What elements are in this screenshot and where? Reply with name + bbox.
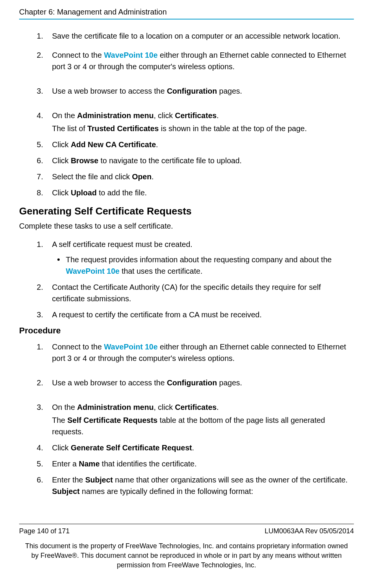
step-text-part: . bbox=[156, 140, 158, 149]
footer-legal: This document is the property of FreeWav… bbox=[19, 541, 354, 570]
bold-term: Configuration bbox=[167, 378, 217, 387]
steps-list-3: Connect to the WavePoint 10e either thro… bbox=[37, 341, 354, 497]
heading-intro-text: Complete these tasks to use a self certi… bbox=[19, 220, 354, 232]
list-item: Save the certificate file to a location … bbox=[37, 30, 354, 42]
bold-term: Trusted Certificates bbox=[87, 124, 159, 133]
list-item: Contact the Certificate Authority (CA) f… bbox=[37, 281, 354, 304]
page-number: Page 140 of 171 bbox=[19, 527, 70, 535]
step-text-part: Use a web browser to access the bbox=[52, 87, 167, 95]
list-item: A self certificate request must be creat… bbox=[37, 239, 354, 277]
bold-term: Administration menu bbox=[77, 403, 154, 411]
step-text-part: to add the file. bbox=[97, 188, 147, 197]
doc-revision: LUM0063AA Rev 05/05/2014 bbox=[265, 527, 354, 535]
list-item: Click Upload to add the file. bbox=[37, 187, 354, 198]
bold-term: Generate Self Certificate Request bbox=[71, 443, 192, 452]
wavepoint-link[interactable]: WavePoint 10e bbox=[104, 51, 158, 59]
list-item: A request to certify the certificate fro… bbox=[37, 309, 354, 320]
step-subline: The Self Certificate Requests table at t… bbox=[52, 414, 354, 437]
page-header: Chapter 6: Management and Administration bbox=[19, 8, 354, 19]
list-item: Enter a Name that identifies the certifi… bbox=[37, 458, 354, 469]
main-content: Save the certificate file to a location … bbox=[19, 30, 354, 497]
bullet-item: The request provides information about t… bbox=[52, 254, 354, 277]
list-item: Use a web browser to access the Configur… bbox=[37, 85, 354, 97]
step-text-part: . bbox=[192, 443, 194, 452]
list-item: Connect to the WavePoint 10e either thro… bbox=[37, 49, 354, 72]
step-text: Save the certificate file to a location … bbox=[52, 32, 340, 40]
list-item: Select the file and click Open. bbox=[37, 171, 354, 182]
bullet-text-part: The request provides information about t… bbox=[66, 255, 332, 264]
bold-term: Self Certificate Requests bbox=[67, 416, 158, 424]
step-text-part: that identifies the certificate. bbox=[100, 460, 197, 468]
step-text-part: Connect to the bbox=[52, 343, 104, 351]
wavepoint-link[interactable]: WavePoint 10e bbox=[104, 343, 158, 351]
bold-term: Open bbox=[132, 172, 151, 181]
list-item: On the Administration menu, click Certif… bbox=[37, 110, 354, 134]
list-item: Click Browse to navigate to the certific… bbox=[37, 155, 354, 166]
step-text-part: Connect to the bbox=[52, 51, 104, 59]
bold-term: Configuration bbox=[167, 87, 217, 95]
step-text-part: . bbox=[151, 172, 154, 181]
list-item: Click Generate Self Certificate Request. bbox=[37, 442, 354, 453]
step-text-part: Enter the bbox=[52, 476, 85, 484]
sub-bullets: The request provides information about t… bbox=[52, 254, 354, 277]
step-text-part: . bbox=[217, 403, 219, 411]
document-page: Chapter 6: Management and Administration… bbox=[0, 0, 373, 578]
step-text-part: Click bbox=[52, 156, 71, 165]
step-text-part: name that other organizations will see a… bbox=[113, 476, 348, 484]
bold-term: Subject bbox=[85, 476, 113, 484]
heading-generating-self-cert: Generating Self Certificate Requests bbox=[19, 205, 354, 217]
step-text-part: Use a web browser to access the bbox=[52, 378, 167, 387]
step-text-part: Enter a bbox=[52, 460, 79, 468]
heading-procedure: Procedure bbox=[19, 326, 354, 336]
step-text: A request to certify the certificate fro… bbox=[52, 310, 262, 319]
steps-list-2: A self certificate request must be creat… bbox=[37, 239, 354, 320]
step-text-part: , click bbox=[154, 111, 175, 120]
steps-list-1: Save the certificate file to a location … bbox=[37, 30, 354, 198]
step-text: A self certificate request must be creat… bbox=[52, 240, 192, 249]
step-text-part: is shown in the table at the top of the … bbox=[159, 124, 307, 133]
step-text-part: Click bbox=[52, 188, 71, 197]
list-item: Use a web browser to access the Configur… bbox=[37, 377, 354, 388]
list-item: Enter the Subject name that other organi… bbox=[37, 474, 354, 497]
page-footer: Page 140 of 171 LUM0063AA Rev 05/05/2014… bbox=[19, 524, 354, 570]
list-item: Click Add New CA Certificate. bbox=[37, 139, 354, 150]
footer-row: Page 140 of 171 LUM0063AA Rev 05/05/2014 bbox=[19, 527, 354, 535]
step-text-part: . bbox=[217, 111, 219, 120]
step-text-part: pages. bbox=[217, 378, 242, 387]
list-item: On the Administration menu, click Certif… bbox=[37, 401, 354, 437]
step-text-part: Click bbox=[52, 443, 71, 452]
step-subline: The list of Trusted Certificates is show… bbox=[52, 123, 354, 134]
bold-term: Certificates bbox=[175, 403, 217, 411]
bold-term: Add New CA Certificate bbox=[71, 140, 156, 149]
bold-term: Browse bbox=[71, 156, 98, 165]
step-text-part: to navigate to the certificate file to u… bbox=[98, 156, 242, 165]
list-item: Connect to the WavePoint 10e either thro… bbox=[37, 341, 354, 364]
step-text-part: On the bbox=[52, 403, 77, 411]
bold-term: Certificates bbox=[175, 111, 217, 120]
bold-term: Administration menu bbox=[77, 111, 154, 120]
step-text-part: The list of bbox=[52, 124, 87, 133]
step-text: Contact the Certificate Authority (CA) f… bbox=[52, 283, 321, 303]
step-text-part: Click bbox=[52, 140, 71, 149]
chapter-title: Chapter 6: Management and Administration bbox=[19, 8, 167, 16]
step-text-part: On the bbox=[52, 111, 77, 120]
step-text-part: pages. bbox=[217, 87, 242, 95]
step-text-part: , click bbox=[154, 403, 175, 411]
step-text-part: The bbox=[52, 416, 67, 424]
bullet-text-part: that uses the certificate. bbox=[119, 267, 202, 275]
bold-term: Upload bbox=[71, 188, 97, 197]
step-text-part: Select the file and click bbox=[52, 172, 132, 181]
wavepoint-link[interactable]: WavePoint 10e bbox=[66, 267, 119, 275]
bold-term: Name bbox=[79, 460, 99, 468]
step-text-part: names are typically defined in the follo… bbox=[80, 487, 253, 495]
bold-term: Subject bbox=[52, 487, 80, 495]
